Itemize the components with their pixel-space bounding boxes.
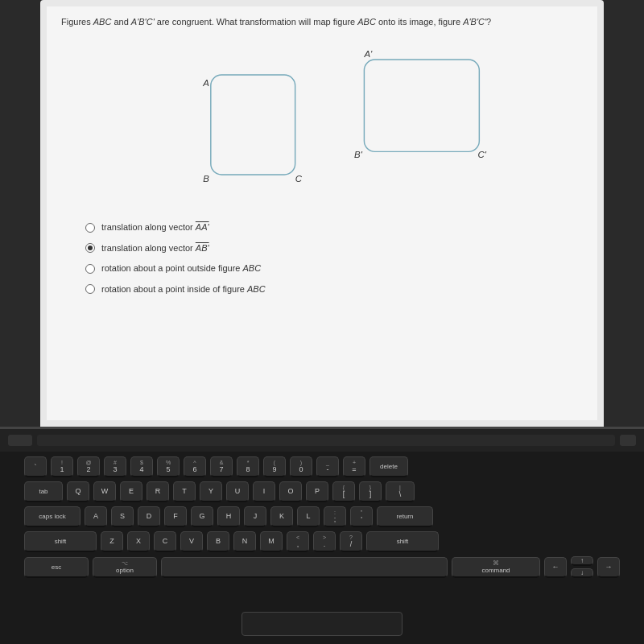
key-x[interactable]: X (127, 531, 150, 552)
key-comma[interactable]: <, (287, 531, 309, 552)
key-7[interactable]: & 7 (210, 456, 233, 477)
key-1[interactable]: ! 1 (51, 456, 73, 477)
keyboard-base: ` ! 1 @ 2 # 3 (0, 427, 644, 644)
radio-1[interactable] (85, 223, 95, 233)
key-m[interactable]: M (260, 531, 283, 552)
power-btn[interactable] (620, 435, 636, 446)
key-b[interactable]: B (207, 531, 229, 552)
key-v[interactable]: V (180, 531, 203, 552)
key-arrow-up[interactable]: ↑ (571, 556, 593, 566)
key-a[interactable]: A (85, 506, 107, 527)
key-arrow-left[interactable]: ← (544, 557, 567, 578)
key-quote[interactable]: "' (350, 506, 373, 527)
option-4-label: rotation about a point inside of figure … (101, 283, 266, 295)
key-8[interactable]: * 8 (237, 456, 259, 477)
key-z[interactable]: Z (101, 531, 123, 552)
answer-options: translation along vector AA' translation… (61, 221, 583, 295)
svg-rect-0 (211, 75, 295, 175)
control-label: esc (52, 564, 61, 571)
option-2[interactable]: translation along vector AB' (85, 242, 583, 254)
radio-2[interactable] (85, 243, 95, 253)
option-4[interactable]: rotation about a point inside of figure … (85, 283, 583, 295)
key-e[interactable]: E (120, 481, 142, 502)
key-backslash[interactable]: |\ (386, 481, 415, 502)
key-semicolon[interactable]: :; (324, 506, 346, 527)
key-d[interactable]: D (138, 506, 160, 527)
key-delete[interactable]: delete (369, 456, 408, 477)
key-5[interactable]: % 5 (157, 456, 180, 477)
key-l[interactable]: L (297, 506, 320, 527)
svg-text:C: C (295, 175, 303, 184)
svg-rect-4 (364, 60, 479, 151)
key-capslock[interactable]: caps lock (24, 506, 80, 527)
keyboard-rows: ` ! 1 @ 2 # 3 (0, 452, 644, 583)
key-r[interactable]: R (147, 481, 169, 502)
key-q[interactable]: Q (67, 481, 89, 502)
key-spacebar[interactable] (161, 557, 448, 578)
key-period[interactable]: >. (313, 531, 336, 552)
radio-4[interactable] (85, 284, 95, 294)
key-minus[interactable]: _ - (316, 456, 339, 477)
key-0[interactable]: ) 0 (290, 456, 312, 477)
option-1-label: translation along vector AA' (101, 221, 209, 233)
key-w[interactable]: W (93, 481, 116, 502)
key-s[interactable]: S (111, 506, 134, 527)
key-f[interactable]: F (164, 506, 187, 527)
key-n[interactable]: N (233, 531, 256, 552)
geometry-svg: A B C A' B' C' (61, 36, 583, 213)
question-area: Figures ABC and A'B'C' are congruent. Wh… (47, 6, 597, 313)
key-shift-left[interactable]: shift (24, 531, 97, 552)
key-9[interactable]: ( 9 (263, 456, 286, 477)
key-equals[interactable]: + = (343, 456, 365, 477)
svg-text:A: A (202, 79, 209, 89)
key-3[interactable]: # 3 (104, 456, 126, 477)
key-o[interactable]: O (279, 481, 302, 502)
key-k[interactable]: K (270, 506, 293, 527)
key-2[interactable]: @ 2 (77, 456, 100, 477)
key-h[interactable]: H (217, 506, 240, 527)
question-text: Figures ABC and A'B'C' are congruent. Wh… (61, 16, 583, 28)
key-row-zxcv: shift Z X C V B N M <, >. ?/ shi (24, 531, 620, 552)
figures-diagram: A B C A' B' C' (61, 36, 583, 213)
key-arrow-right[interactable]: → (597, 557, 620, 578)
key-u[interactable]: U (226, 481, 249, 502)
key-t[interactable]: T (173, 481, 196, 502)
touch-bar (0, 429, 644, 452)
function-strip (37, 435, 615, 446)
trackpad[interactable] (242, 612, 402, 636)
key-row-asdf: caps lock A S D F G H J K L :; "' return (24, 506, 620, 527)
key-row-numbers: ` ! 1 @ 2 # 3 (24, 456, 620, 477)
key-i[interactable]: I (253, 481, 275, 502)
option-1[interactable]: translation along vector AA' (85, 221, 583, 233)
key-row-modifiers: esc ⌥ option ⌘ command ← ↑ (24, 556, 620, 578)
key-return[interactable]: return (377, 506, 433, 527)
option-2-label: translation along vector AB' (101, 242, 209, 254)
key-slash[interactable]: ?/ (340, 531, 362, 552)
screen-content: Figures ABC and A'B'C' are congruent. Wh… (47, 6, 597, 420)
key-control[interactable]: esc (24, 557, 89, 578)
key-backtick[interactable]: ` (24, 456, 47, 477)
svg-text:B: B (203, 175, 209, 184)
key-c[interactable]: C (154, 531, 176, 552)
key-bracket-right[interactable]: }] (359, 481, 382, 502)
key-4[interactable]: $ 4 (130, 456, 153, 477)
option-3[interactable]: rotation about a point outside figure AB… (85, 262, 583, 275)
key-tab[interactable]: tab (24, 481, 63, 502)
key-command[interactable]: ⌘ command (452, 557, 540, 578)
esc-touchbar (8, 435, 32, 446)
key-6[interactable]: ^ 6 (184, 456, 206, 477)
key-g[interactable]: G (191, 506, 213, 527)
svg-text:C': C' (477, 150, 486, 159)
key-j[interactable]: J (244, 506, 266, 527)
key-arrow-down[interactable]: ↓ (571, 568, 593, 578)
key-p[interactable]: P (306, 481, 328, 502)
laptop-screen: Figures ABC and A'B'C' are congruent. Wh… (40, 0, 604, 427)
key-row-qwerty: tab Q W E R T Y U I O P {[ }] |\ (24, 481, 620, 502)
key-option[interactable]: ⌥ option (93, 557, 157, 578)
svg-text:A': A' (363, 50, 373, 60)
radio-3[interactable] (85, 264, 95, 274)
option-3-label: rotation about a point outside figure AB… (101, 262, 261, 275)
key-y[interactable]: Y (200, 481, 222, 502)
key-bracket-left[interactable]: {[ (332, 481, 355, 502)
key-shift-right[interactable]: shift (366, 531, 439, 552)
